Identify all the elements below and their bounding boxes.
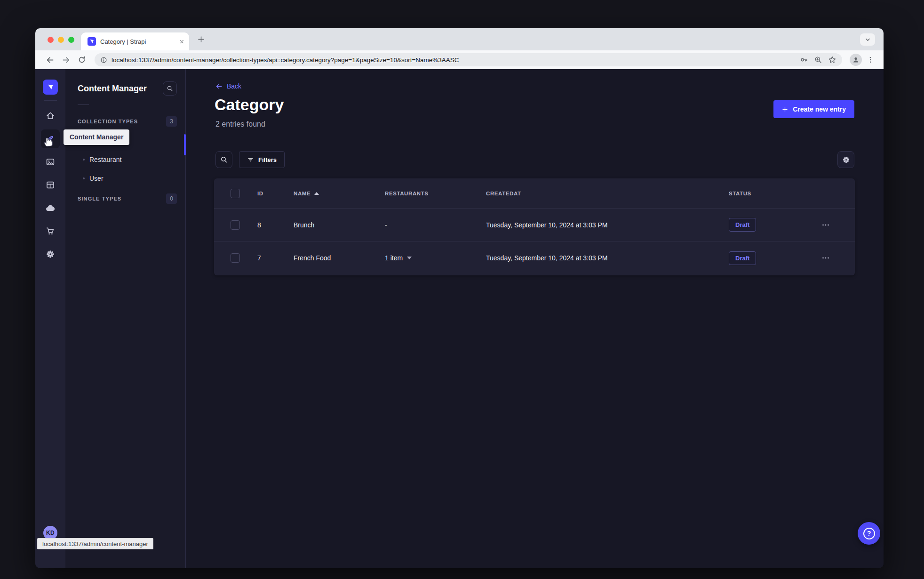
table-row[interactable]: 7 French Food 1 item Tuesday, September … [214, 241, 855, 274]
select-all-checkbox[interactable] [231, 189, 240, 198]
help-button[interactable]: ? [858, 522, 880, 545]
subnav-item-user[interactable]: User [65, 169, 185, 188]
password-key-icon[interactable] [797, 54, 811, 65]
forward-nav-icon[interactable] [58, 53, 74, 67]
hand-cursor-icon [42, 135, 55, 147]
cell-id: 7 [257, 254, 294, 262]
tab-search-chevron-icon[interactable] [860, 33, 875, 46]
bookmark-star-icon[interactable] [825, 54, 839, 65]
entries-table: ID NAME RESTAURANTS CREATEDAT STATUS 8 B… [214, 178, 855, 275]
subnav-item-restaurant[interactable]: Restaurant [65, 150, 185, 169]
new-tab-button[interactable] [197, 35, 205, 43]
settings-gear-icon[interactable] [41, 245, 60, 264]
table-search-icon[interactable] [215, 151, 232, 168]
column-header-name[interactable]: NAME [294, 191, 385, 196]
bullet-icon [83, 159, 85, 161]
traffic-lights [48, 37, 74, 43]
cell-name: French Food [294, 254, 385, 262]
chevron-down-icon [407, 257, 412, 259]
back-link[interactable]: Back [215, 82, 241, 90]
row-actions-icon[interactable] [821, 220, 830, 230]
browser-toolbar: localhost:1337/admin/content-manager/col… [35, 50, 884, 69]
back-nav-icon[interactable] [42, 53, 58, 67]
tab-title: Category | Strapi [100, 38, 179, 45]
column-header-id: ID [257, 191, 294, 196]
subnav-search-icon[interactable] [163, 81, 177, 96]
media-library-icon[interactable] [41, 153, 60, 171]
strapi-app: KD Content Manager COLLECTION TYPES 3 Ca… [35, 69, 884, 568]
sort-ascending-icon [314, 192, 319, 195]
url-text[interactable]: localhost:1337/admin/content-manager/col… [112, 56, 797, 64]
cell-restaurants[interactable]: 1 item [385, 254, 486, 262]
address-bar[interactable]: localhost:1337/admin/content-manager/col… [95, 53, 842, 66]
table-settings-gear-icon[interactable] [837, 151, 854, 168]
filters-button[interactable]: Filters [239, 151, 285, 168]
status-badge: Draft [729, 251, 756, 265]
close-window-button[interactable] [48, 37, 54, 43]
single-types-count-badge: 0 [166, 193, 177, 204]
column-header-createdat: CREATEDAT [486, 191, 729, 196]
main-content: Back Category 2 entries found Create new… [186, 69, 884, 568]
entries-count: 2 entries found [215, 120, 265, 129]
minimize-window-button[interactable] [58, 37, 64, 43]
cell-name: Brunch [294, 221, 385, 229]
home-icon[interactable] [41, 106, 60, 125]
column-header-status: STATUS [729, 191, 821, 196]
marketplace-cart-icon[interactable] [41, 222, 60, 241]
tab-strip: Category | Strapi [35, 28, 884, 50]
row-actions-icon[interactable] [821, 253, 830, 263]
row-checkbox[interactable] [231, 220, 240, 230]
cell-id: 8 [257, 221, 294, 229]
status-badge: Draft [729, 218, 756, 232]
bullet-icon [83, 177, 85, 179]
create-new-entry-button[interactable]: Create new entry [773, 100, 854, 118]
back-label: Back [227, 82, 241, 90]
site-info-icon[interactable] [100, 56, 107, 64]
browser-window: Category | Strapi localhost:1337/admin/c… [35, 28, 884, 568]
table-row[interactable]: 8 Brunch - Tuesday, September 10, 2024 a… [214, 209, 855, 241]
subnav-title: Content Manager [78, 84, 147, 94]
single-types-label: SINGLE TYPES [78, 196, 121, 201]
browser-tab[interactable]: Category | Strapi [81, 32, 189, 50]
column-header-restaurants: RESTAURANTS [385, 191, 486, 196]
cloud-icon[interactable] [41, 199, 60, 217]
cell-restaurants: - [385, 221, 486, 229]
collection-types-label: COLLECTION TYPES [78, 119, 138, 124]
strapi-favicon-icon [88, 37, 96, 46]
rail-divider [44, 100, 57, 101]
tab-close-icon[interactable] [179, 39, 184, 44]
zoom-page-icon[interactable] [811, 54, 825, 65]
table-header-row: ID NAME RESTAURANTS CREATEDAT STATUS [214, 178, 855, 209]
content-manager-tooltip: Content Manager [64, 129, 129, 145]
browser-menu-icon[interactable] [864, 53, 877, 66]
subnav-divider [78, 105, 89, 105]
browser-profile-icon[interactable] [850, 54, 862, 66]
fullscreen-window-button[interactable] [68, 37, 74, 43]
cell-createdat: Tuesday, September 10, 2024 at 3:03 PM [486, 254, 729, 262]
reload-icon[interactable] [74, 53, 90, 67]
cell-createdat: Tuesday, September 10, 2024 at 3:03 PM [486, 221, 729, 229]
collection-types-count-badge: 3 [166, 116, 177, 127]
link-status-bubble: localhost:1337/admin/content-manager [37, 538, 153, 549]
page-title: Category [215, 96, 284, 114]
content-type-builder-icon[interactable] [41, 176, 60, 194]
active-item-indicator [184, 134, 186, 155]
strapi-logo-icon[interactable] [43, 80, 58, 95]
row-checkbox[interactable] [231, 253, 240, 263]
question-mark-icon: ? [863, 528, 875, 539]
